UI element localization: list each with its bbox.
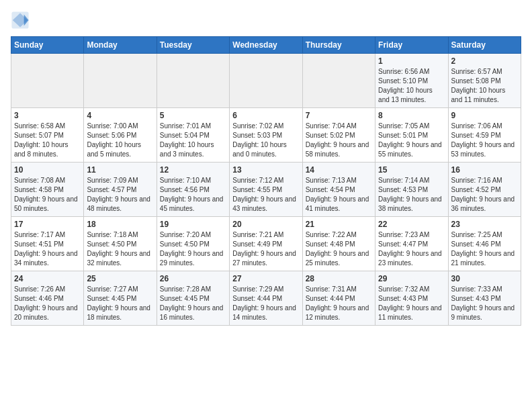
calendar-day-cell xyxy=(84,54,157,108)
calendar-day-cell: 30Sunrise: 7:33 AM Sunset: 4:43 PM Dayli… xyxy=(448,271,521,326)
day-of-week-header: Monday xyxy=(84,37,157,54)
day-number: 26 xyxy=(160,274,226,283)
calendar-day-cell: 2Sunrise: 6:57 AM Sunset: 5:08 PM Daylig… xyxy=(448,54,521,108)
day-info: Sunrise: 7:20 AM Sunset: 4:50 PM Dayligh… xyxy=(160,230,226,268)
day-number: 16 xyxy=(451,165,518,175)
day-info: Sunrise: 6:58 AM Sunset: 5:07 PM Dayligh… xyxy=(14,122,81,159)
day-number: 3 xyxy=(14,111,81,120)
day-info: Sunrise: 7:25 AM Sunset: 4:46 PM Dayligh… xyxy=(451,230,518,268)
day-info: Sunrise: 7:33 AM Sunset: 4:43 PM Dayligh… xyxy=(451,285,518,322)
calendar-day-cell: 6Sunrise: 7:02 AM Sunset: 5:03 PM Daylig… xyxy=(230,108,302,163)
day-number: 17 xyxy=(14,220,81,229)
calendar-day-cell: 13Sunrise: 7:12 AM Sunset: 4:55 PM Dayli… xyxy=(230,163,302,217)
day-info: Sunrise: 7:17 AM Sunset: 4:51 PM Dayligh… xyxy=(14,230,81,268)
calendar-day-cell: 15Sunrise: 7:14 AM Sunset: 4:53 PM Dayli… xyxy=(375,163,448,217)
calendar-body: 1Sunrise: 6:56 AM Sunset: 5:10 PM Daylig… xyxy=(11,54,521,326)
day-number: 24 xyxy=(14,274,81,283)
calendar-week-row: 3Sunrise: 6:58 AM Sunset: 5:07 PM Daylig… xyxy=(11,108,521,163)
day-info: Sunrise: 7:27 AM Sunset: 4:45 PM Dayligh… xyxy=(87,285,153,322)
calendar-day-cell xyxy=(302,54,375,108)
day-number: 22 xyxy=(378,220,445,229)
day-number: 18 xyxy=(87,220,153,229)
day-of-week-header: Sunday xyxy=(11,37,84,54)
day-number: 28 xyxy=(306,274,372,283)
day-info: Sunrise: 7:28 AM Sunset: 4:45 PM Dayligh… xyxy=(160,285,226,322)
calendar-day-cell: 14Sunrise: 7:13 AM Sunset: 4:54 PM Dayli… xyxy=(302,163,375,217)
calendar-header: SundayMondayTuesdayWednesdayThursdayFrid… xyxy=(11,37,521,54)
day-info: Sunrise: 7:16 AM Sunset: 4:52 PM Dayligh… xyxy=(451,176,518,214)
calendar-day-cell: 9Sunrise: 7:06 AM Sunset: 4:59 PM Daylig… xyxy=(448,108,521,163)
day-number: 29 xyxy=(378,274,445,283)
day-number: 27 xyxy=(232,274,299,283)
day-info: Sunrise: 6:56 AM Sunset: 5:10 PM Dayligh… xyxy=(378,67,445,105)
day-number: 20 xyxy=(232,220,299,229)
calendar-day-cell: 17Sunrise: 7:17 AM Sunset: 4:51 PM Dayli… xyxy=(11,217,84,271)
calendar-day-cell xyxy=(230,54,302,108)
day-number: 12 xyxy=(160,165,226,175)
calendar-day-cell: 27Sunrise: 7:29 AM Sunset: 4:44 PM Dayli… xyxy=(230,271,302,326)
day-number: 19 xyxy=(160,220,226,229)
days-of-week-row: SundayMondayTuesdayWednesdayThursdayFrid… xyxy=(11,37,521,54)
day-number: 6 xyxy=(232,111,299,120)
calendar-day-cell: 12Sunrise: 7:10 AM Sunset: 4:56 PM Dayli… xyxy=(157,163,229,217)
day-number: 25 xyxy=(87,274,153,283)
calendar-day-cell xyxy=(11,54,84,108)
day-info: Sunrise: 7:02 AM Sunset: 5:03 PM Dayligh… xyxy=(232,122,299,159)
day-info: Sunrise: 7:21 AM Sunset: 4:49 PM Dayligh… xyxy=(232,230,299,268)
page-header xyxy=(11,11,521,30)
day-number: 2 xyxy=(451,56,518,66)
day-number: 1 xyxy=(378,56,445,66)
day-number: 4 xyxy=(87,111,153,120)
day-of-week-header: Friday xyxy=(375,37,448,54)
calendar-day-cell: 11Sunrise: 7:09 AM Sunset: 4:57 PM Dayli… xyxy=(84,163,157,217)
day-of-week-header: Tuesday xyxy=(157,37,229,54)
day-number: 9 xyxy=(451,111,518,120)
logo xyxy=(11,11,32,30)
day-of-week-header: Saturday xyxy=(448,37,521,54)
calendar-day-cell: 25Sunrise: 7:27 AM Sunset: 4:45 PM Dayli… xyxy=(84,271,157,326)
day-number: 8 xyxy=(378,111,445,120)
day-info: Sunrise: 7:23 AM Sunset: 4:47 PM Dayligh… xyxy=(378,230,445,268)
day-number: 5 xyxy=(160,111,226,120)
calendar-day-cell: 23Sunrise: 7:25 AM Sunset: 4:46 PM Dayli… xyxy=(448,217,521,271)
calendar-day-cell: 29Sunrise: 7:32 AM Sunset: 4:43 PM Dayli… xyxy=(375,271,448,326)
calendar-day-cell: 5Sunrise: 7:01 AM Sunset: 5:04 PM Daylig… xyxy=(157,108,229,163)
day-info: Sunrise: 7:31 AM Sunset: 4:44 PM Dayligh… xyxy=(306,285,372,322)
calendar-day-cell: 26Sunrise: 7:28 AM Sunset: 4:45 PM Dayli… xyxy=(157,271,229,326)
calendar-day-cell: 16Sunrise: 7:16 AM Sunset: 4:52 PM Dayli… xyxy=(448,163,521,217)
calendar-day-cell: 28Sunrise: 7:31 AM Sunset: 4:44 PM Dayli… xyxy=(302,271,375,326)
calendar-day-cell: 4Sunrise: 7:00 AM Sunset: 5:06 PM Daylig… xyxy=(84,108,157,163)
day-info: Sunrise: 7:04 AM Sunset: 5:02 PM Dayligh… xyxy=(306,122,372,159)
day-number: 15 xyxy=(378,165,445,175)
calendar-day-cell: 1Sunrise: 6:56 AM Sunset: 5:10 PM Daylig… xyxy=(375,54,448,108)
day-info: Sunrise: 7:09 AM Sunset: 4:57 PM Dayligh… xyxy=(87,176,153,214)
day-info: Sunrise: 7:22 AM Sunset: 4:48 PM Dayligh… xyxy=(306,230,372,268)
day-info: Sunrise: 7:32 AM Sunset: 4:43 PM Dayligh… xyxy=(378,285,445,322)
calendar-table: SundayMondayTuesdayWednesdayThursdayFrid… xyxy=(11,36,521,326)
calendar-day-cell: 19Sunrise: 7:20 AM Sunset: 4:50 PM Dayli… xyxy=(157,217,229,271)
day-info: Sunrise: 7:01 AM Sunset: 5:04 PM Dayligh… xyxy=(160,122,226,159)
day-info: Sunrise: 7:10 AM Sunset: 4:56 PM Dayligh… xyxy=(160,176,226,214)
day-of-week-header: Thursday xyxy=(302,37,375,54)
day-info: Sunrise: 7:00 AM Sunset: 5:06 PM Dayligh… xyxy=(87,122,153,159)
calendar-week-row: 17Sunrise: 7:17 AM Sunset: 4:51 PM Dayli… xyxy=(11,217,521,271)
calendar-week-row: 10Sunrise: 7:08 AM Sunset: 4:58 PM Dayli… xyxy=(11,163,521,217)
day-info: Sunrise: 7:18 AM Sunset: 4:50 PM Dayligh… xyxy=(87,230,153,268)
day-number: 13 xyxy=(232,165,299,175)
day-info: Sunrise: 6:57 AM Sunset: 5:08 PM Dayligh… xyxy=(451,67,518,105)
day-number: 10 xyxy=(14,165,81,175)
calendar-day-cell: 24Sunrise: 7:26 AM Sunset: 4:46 PM Dayli… xyxy=(11,271,84,326)
day-number: 30 xyxy=(451,274,518,283)
day-number: 21 xyxy=(306,220,372,229)
day-info: Sunrise: 7:26 AM Sunset: 4:46 PM Dayligh… xyxy=(14,285,81,322)
day-info: Sunrise: 7:14 AM Sunset: 4:53 PM Dayligh… xyxy=(378,176,445,214)
day-info: Sunrise: 7:13 AM Sunset: 4:54 PM Dayligh… xyxy=(306,176,372,214)
day-number: 23 xyxy=(451,220,518,229)
calendar-week-row: 24Sunrise: 7:26 AM Sunset: 4:46 PM Dayli… xyxy=(11,271,521,326)
calendar-day-cell: 18Sunrise: 7:18 AM Sunset: 4:50 PM Dayli… xyxy=(84,217,157,271)
calendar-week-row: 1Sunrise: 6:56 AM Sunset: 5:10 PM Daylig… xyxy=(11,54,521,108)
day-info: Sunrise: 7:29 AM Sunset: 4:44 PM Dayligh… xyxy=(232,285,299,322)
logo-icon xyxy=(11,11,30,30)
calendar-day-cell: 22Sunrise: 7:23 AM Sunset: 4:47 PM Dayli… xyxy=(375,217,448,271)
day-number: 7 xyxy=(306,111,372,120)
